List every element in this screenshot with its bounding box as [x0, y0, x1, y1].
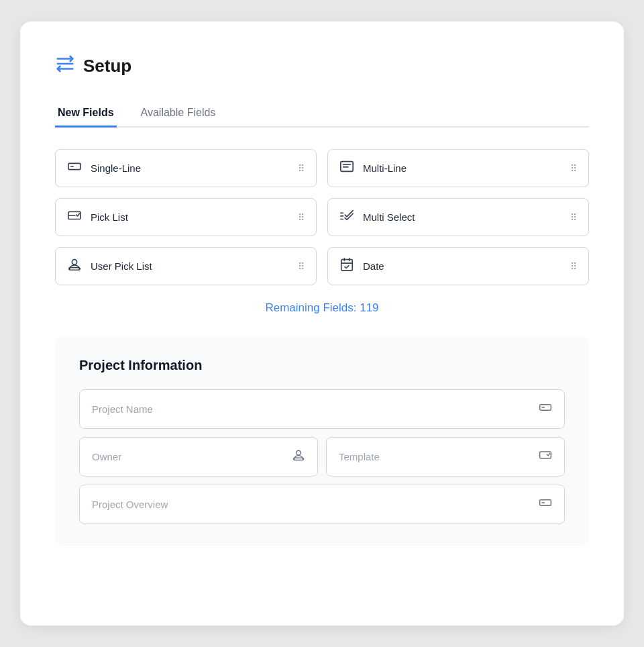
project-overview-placeholder: Project Overview	[92, 499, 168, 510]
multi-select-label: Multi Select	[363, 211, 415, 223]
owner-field[interactable]: Owner	[79, 437, 318, 477]
user-pick-list-icon	[66, 257, 83, 275]
page-title: Setup	[83, 56, 131, 77]
project-overview-icon	[539, 496, 552, 513]
user-pick-list-drag: ⠿	[298, 261, 305, 272]
project-name-field[interactable]: Project Name	[79, 389, 565, 429]
date-drag: ⠿	[570, 261, 578, 272]
tab-new-fields[interactable]: New Fields	[55, 100, 117, 128]
field-single-line[interactable]: Single-Line ⠿	[55, 149, 317, 187]
field-date[interactable]: Date ⠿	[327, 247, 589, 285]
date-label: Date	[363, 260, 384, 272]
svg-rect-19	[540, 405, 551, 410]
multi-select-drag: ⠿	[570, 212, 578, 223]
header: Setup	[55, 54, 589, 79]
svg-rect-5	[341, 162, 353, 172]
owner-template-row: Owner Template	[79, 437, 565, 477]
field-multi-select[interactable]: Multi Select ⠿	[327, 198, 589, 236]
setup-icon	[55, 54, 75, 79]
svg-rect-24	[540, 500, 551, 505]
project-name-icon	[539, 401, 552, 417]
multi-line-drag: ⠿	[570, 163, 578, 174]
main-card: Setup New Fields Available Fields Single…	[20, 21, 624, 626]
svg-rect-3	[68, 163, 80, 169]
new-fields-grid: Single-Line ⠿ Multi-Line ⠿	[55, 149, 589, 285]
svg-rect-22	[294, 458, 304, 460]
field-user-pick-list[interactable]: User Pick List ⠿	[55, 247, 317, 285]
tabs-container: New Fields Available Fields	[55, 100, 589, 128]
pick-list-label: Pick List	[91, 211, 128, 223]
field-pick-list[interactable]: Pick List ⠿	[55, 198, 317, 236]
svg-rect-23	[540, 452, 551, 458]
user-pick-list-label: User Pick List	[91, 260, 152, 272]
svg-rect-14	[69, 268, 80, 270]
pick-list-icon	[66, 208, 83, 226]
project-name-placeholder: Project Name	[92, 403, 153, 415]
svg-rect-15	[341, 260, 353, 271]
single-line-icon	[66, 159, 83, 177]
svg-point-13	[72, 260, 76, 264]
project-form-fields: Project Name Owner	[79, 389, 565, 524]
field-multi-line[interactable]: Multi-Line ⠿	[327, 149, 589, 187]
owner-icon	[292, 448, 305, 465]
date-icon	[339, 257, 355, 275]
single-line-drag: ⠿	[298, 163, 305, 174]
project-overview-field[interactable]: Project Overview	[79, 485, 565, 524]
remaining-fields: Remaining Fields: 119	[55, 301, 589, 315]
template-icon	[539, 448, 552, 465]
multi-line-label: Multi-Line	[363, 162, 407, 174]
owner-placeholder: Owner	[92, 451, 121, 462]
tab-available-fields[interactable]: Available Fields	[138, 100, 219, 128]
template-field[interactable]: Template	[326, 437, 565, 477]
svg-point-21	[297, 450, 301, 455]
multi-select-icon	[339, 208, 355, 226]
project-section: Project Information Project Name Owner	[55, 336, 589, 546]
single-line-label: Single-Line	[91, 162, 141, 174]
multi-line-icon	[339, 159, 355, 177]
template-placeholder: Template	[339, 451, 380, 462]
pick-list-drag: ⠿	[298, 212, 305, 223]
project-section-title: Project Information	[79, 358, 565, 373]
